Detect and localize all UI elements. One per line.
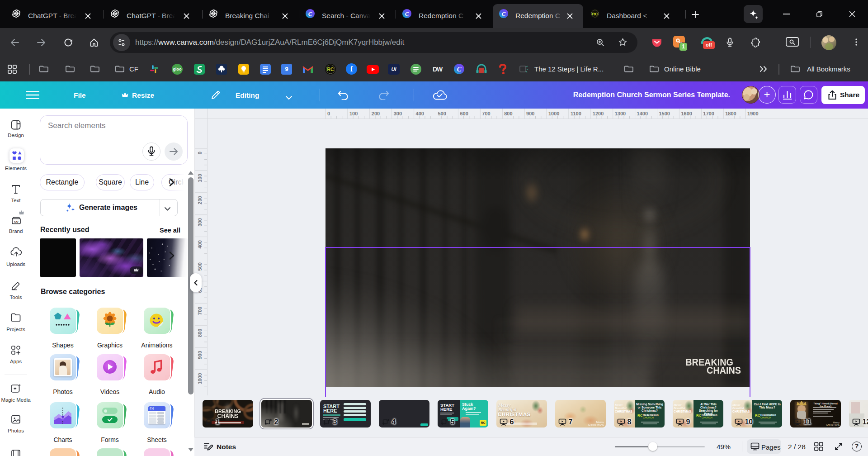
svg-text:900: 900 [197,351,203,359]
svg-text:1400: 1400 [637,111,648,116]
svg-text:C: C [405,11,409,17]
svg-text:1900: 1900 [747,111,758,116]
svg-text:800: 800 [197,329,203,337]
svg-text:C: C [457,66,462,73]
svg-text:1700: 1700 [703,111,714,116]
svg-text:1200: 1200 [593,111,604,116]
svg-text:400: 400 [416,111,424,116]
svg-text:1300: 1300 [615,111,626,116]
svg-text:100: 100 [197,174,203,182]
svg-text:1800: 1800 [725,111,736,116]
svg-text:900: 900 [526,111,534,116]
svg-text:500: 500 [197,262,203,271]
svg-text:700: 700 [197,307,203,315]
svg-text:200: 200 [372,111,380,116]
svg-text:C: C [308,11,312,17]
svg-text:500: 500 [438,111,446,116]
svg-text:100: 100 [349,111,358,116]
svg-text:1100: 1100 [571,111,581,116]
svg-text:0: 0 [197,152,203,154]
svg-text:400: 400 [197,240,203,248]
svg-text:RC: RC [327,67,334,72]
svg-text:1000: 1000 [197,373,203,384]
svg-text:800: 800 [504,111,512,116]
svg-text:200: 200 [197,196,203,204]
svg-text:co: co [14,219,18,223]
svg-text:300: 300 [197,218,203,226]
svg-text:C: C [502,11,506,17]
svg-text:1500: 1500 [659,111,670,116]
svg-text:1000: 1000 [548,111,559,116]
svg-text:0: 0 [327,111,330,116]
svg-text:RC: RC [592,12,598,16]
svg-text:700: 700 [482,111,490,116]
svg-text:300: 300 [394,111,402,116]
svg-text:600: 600 [460,111,468,116]
svg-text:1600: 1600 [681,111,692,116]
